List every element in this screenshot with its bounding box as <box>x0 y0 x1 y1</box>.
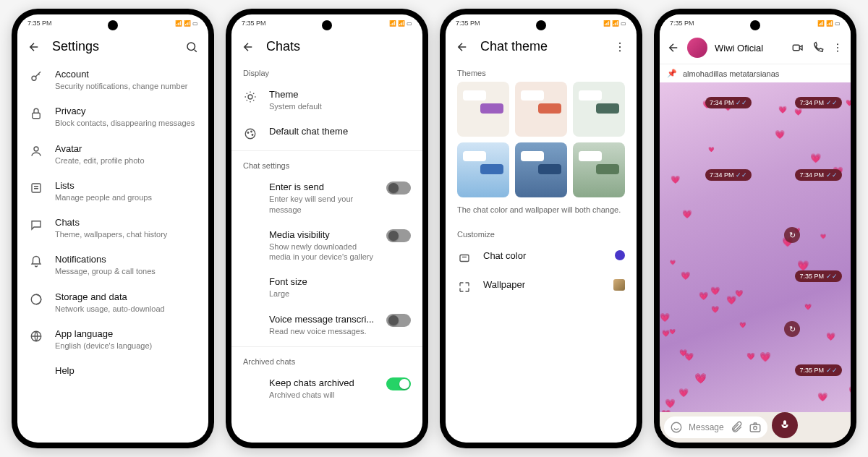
phone-frame-1: 7:35 PM 📶 📶 ▭ Settings AccountSecurity n… <box>12 9 214 448</box>
section-customize: Customize <box>446 223 637 243</box>
forward-icon[interactable]: ↻ <box>784 227 800 243</box>
search-icon[interactable] <box>185 40 198 54</box>
chats-theme[interactable]: ThemeSystem default <box>231 82 422 119</box>
back-icon[interactable] <box>242 40 255 54</box>
themes-grid <box>446 82 637 197</box>
chats-default-theme[interactable]: Default chat theme <box>231 119 422 148</box>
voice-call-icon[interactable] <box>812 41 825 54</box>
avatar-icon <box>29 143 43 158</box>
theme-tile[interactable] <box>515 82 567 137</box>
wallpaper-icon <box>457 279 472 294</box>
chats-media-visibility[interactable]: Media visibilityShow newly downloaded me… <box>231 222 422 270</box>
contact-name[interactable]: Wiwi Oficial <box>715 43 784 54</box>
section-display: Display <box>231 61 422 82</box>
back-icon[interactable] <box>456 40 469 54</box>
pin-icon: 📌 <box>667 69 677 78</box>
svg-point-20 <box>671 422 681 432</box>
back-icon[interactable] <box>27 40 41 54</box>
theme-tile[interactable] <box>573 142 625 197</box>
camera-notch <box>536 20 546 30</box>
svg-rect-4 <box>32 184 41 192</box>
section-archived: Archived chats <box>231 350 422 370</box>
customize-wallpaper[interactable]: Wallpaper <box>446 272 637 301</box>
svg-point-10 <box>251 132 252 133</box>
svg-point-13 <box>619 46 621 47</box>
app-bar: Chats <box>231 32 422 61</box>
settings-notifications[interactable]: NotificationsMessage, group & call tones <box>17 247 208 283</box>
message-bubble[interactable]: 7:34 PM✓✓ <box>705 169 752 181</box>
phone-frame-4: 7:35 PM📶 📶 ▭ Wiwi Oficial 📌 almohadillas… <box>654 9 856 448</box>
settings-privacy[interactable]: PrivacyBlock contacts, disappearing mess… <box>17 98 208 135</box>
message-bubble[interactable]: 7:34 PM✓✓ <box>795 97 842 108</box>
chats-keep-archived[interactable]: Keep chats archivedArchived chats will <box>231 370 422 407</box>
input-area: Message <box>660 412 851 443</box>
video-call-icon[interactable] <box>791 41 804 54</box>
settings-account[interactable]: AccountSecurity notifications, change nu… <box>17 61 208 98</box>
settings-storage[interactable]: Storage and dataNetwork usage, auto-down… <box>17 284 208 321</box>
message-bubble[interactable]: 7:34 PM✓✓ <box>705 97 752 108</box>
svg-rect-2 <box>33 114 41 119</box>
camera-icon[interactable] <box>749 421 762 434</box>
svg-point-1 <box>32 76 36 80</box>
bell-icon <box>29 254 43 268</box>
more-icon[interactable] <box>613 40 626 54</box>
more-icon[interactable] <box>832 42 843 54</box>
toggle-media-visibility[interactable] <box>386 229 411 242</box>
svg-point-12 <box>619 42 621 43</box>
forward-icon[interactable]: ↻ <box>784 321 800 337</box>
message-bubble[interactable]: 7:35 PM✓✓ <box>795 270 842 282</box>
settings-lists[interactable]: ListsManage people and groups <box>17 173 208 210</box>
theme-tile[interactable] <box>457 142 509 197</box>
svg-point-19 <box>837 51 838 52</box>
svg-point-17 <box>837 43 838 45</box>
settings-avatar[interactable]: AvatarCreate, edit, profile photo <box>17 136 208 173</box>
wallpaper-thumb <box>613 279 625 291</box>
svg-point-0 <box>187 43 195 51</box>
emoji-icon[interactable] <box>670 421 683 434</box>
theme-hint: The chat color and wallpaper will both c… <box>446 197 637 223</box>
lock-icon <box>29 106 43 120</box>
camera-notch <box>322 20 332 30</box>
pinned-message[interactable]: 📌 almohadillas metatarsianas <box>660 64 851 82</box>
message-input[interactable]: Message <box>664 417 767 438</box>
svg-point-11 <box>252 134 253 136</box>
chat-color-swatch <box>615 250 625 260</box>
contact-avatar[interactable] <box>687 38 707 58</box>
key-icon <box>29 69 43 83</box>
color-icon <box>457 250 472 265</box>
theme-tile[interactable] <box>573 82 625 137</box>
svg-point-7 <box>248 95 252 99</box>
app-bar: Chat theme <box>446 32 637 61</box>
chats-voice-transcript[interactable]: Voice message transcri...Read new voice … <box>231 307 422 343</box>
customize-chat-color[interactable]: Chat color <box>446 243 637 272</box>
message-bubble[interactable]: 7:34 PM✓✓ <box>795 169 842 181</box>
attach-icon[interactable] <box>730 421 743 434</box>
toggle-enter-send[interactable] <box>386 181 411 195</box>
palette-icon <box>243 126 258 140</box>
storage-icon <box>29 291 43 306</box>
chat-body[interactable]: 💗💗💗💗💗💗💗💗💗💗💗💗💗💗💗💗💗💗💗💗💗💗💗💗💗💗💗💗💗💗💗💗💗💗💗💗💗💗💗💗… <box>660 82 851 412</box>
message-bubble[interactable]: 7:35 PM✓✓ <box>795 364 842 376</box>
phone-frame-2: 7:35 PM📶 📶 ▭ Chats Display ThemeSystem d… <box>226 9 428 448</box>
svg-rect-16 <box>793 45 799 51</box>
svg-rect-15 <box>460 255 469 262</box>
phone-frame-3: 7:35 PM📶 📶 ▭ Chat theme Themes The chat … <box>440 9 642 448</box>
settings-language[interactable]: App languageEnglish (device's language) <box>17 321 208 358</box>
chat-icon <box>29 217 43 231</box>
toggle-keep-archived[interactable] <box>386 377 411 390</box>
svg-point-18 <box>837 47 838 48</box>
theme-tile[interactable] <box>457 82 509 137</box>
mic-button[interactable] <box>772 412 798 438</box>
app-bar: Settings <box>17 32 208 61</box>
lists-icon <box>29 180 43 195</box>
back-icon[interactable] <box>667 41 680 54</box>
settings-chats[interactable]: ChatsTheme, wallpapers, chat history <box>17 210 208 247</box>
toggle-voice-transcript[interactable] <box>386 314 411 327</box>
svg-point-22 <box>753 427 757 430</box>
settings-help[interactable]: Help <box>17 358 208 383</box>
theme-tile[interactable] <box>515 142 567 197</box>
camera-notch <box>750 20 760 30</box>
page-title: Settings <box>52 39 174 54</box>
chats-enter-send[interactable]: Enter is sendEnter key will send your me… <box>231 174 422 222</box>
chats-font-size[interactable]: Font sizeLarge <box>231 269 422 306</box>
